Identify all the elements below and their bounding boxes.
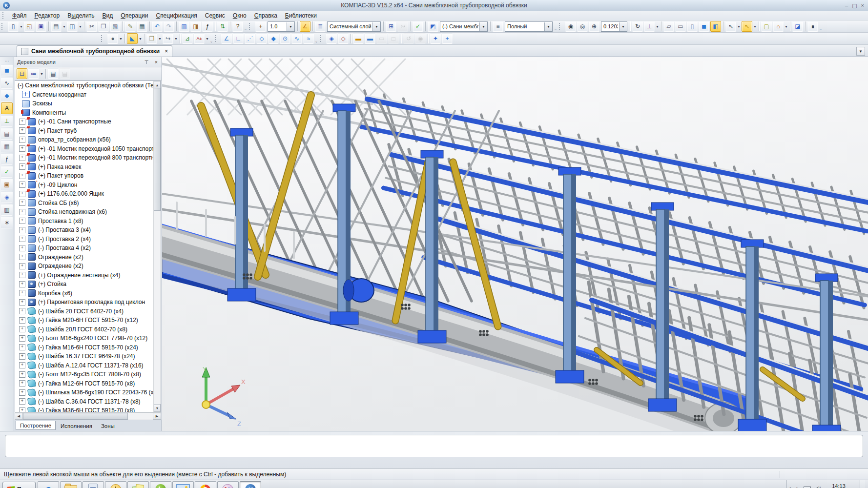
internet-explorer-button[interactable]: e: [38, 481, 59, 488]
orientation-icon[interactable]: ⊥: [644, 21, 655, 32]
add-component-icon[interactable]: +: [442, 33, 453, 44]
menu-4[interactable]: Вид: [99, 12, 117, 20]
chrome-button[interactable]: [195, 481, 216, 488]
new-drawing-icon[interactable]: ∎: [807, 21, 818, 32]
tree-tab-1[interactable]: Построение: [16, 421, 56, 430]
tree-item[interactable]: +(-) Проставка 2 (x4): [15, 235, 154, 244]
preview-icon[interactable]: ◫: [67, 21, 78, 32]
paste-icon[interactable]: ▧: [110, 21, 121, 32]
library-panel-icon[interactable]: ▣: [1, 179, 13, 190]
check-document-icon[interactable]: ✓: [413, 21, 423, 32]
check-panel-icon[interactable]: ✓: [1, 166, 13, 178]
kompas-app-button[interactable]: K: [240, 481, 261, 488]
close-button[interactable]: ×: [861, 2, 864, 9]
tree-item[interactable]: +(-) Болт М12-6gx35 ГОСТ 7808-70 (x8): [15, 370, 154, 379]
expand-toggle-icon[interactable]: +: [19, 254, 25, 260]
expand-toggle-icon[interactable]: +: [19, 389, 25, 396]
expand-toggle-icon[interactable]: +: [19, 218, 25, 224]
calculator-icon[interactable]: ▥: [179, 21, 189, 32]
new-assembly-here-icon[interactable]: ▬: [365, 33, 375, 44]
macro-panel-icon[interactable]: ◈: [1, 191, 13, 203]
step-combo-dropdown-icon[interactable]: ▼: [287, 22, 294, 31]
wireframe-icon[interactable]: ▱: [663, 21, 674, 32]
step-combo[interactable]: 1.0▼: [268, 21, 295, 32]
shaded-icon[interactable]: ◼: [699, 21, 709, 32]
toolbar-overflow-icon[interactable]: ⌄: [209, 34, 213, 43]
tree-item[interactable]: +(+) Пачка ножек: [15, 163, 154, 172]
expand-toggle-icon[interactable]: +: [19, 245, 25, 251]
component-combo-dropdown-icon[interactable]: ▼: [479, 22, 487, 31]
pin-icon[interactable]: ⊤: [143, 60, 150, 65]
undo-icon[interactable]: ↶: [152, 21, 163, 32]
expand-toggle-icon[interactable]: +: [19, 119, 25, 125]
tree-item[interactable]: +(-) Гайка М36-6Н ГОСТ 5915-70 (x8): [15, 406, 154, 412]
toolbar-overflow-icon[interactable]: ⌄: [244, 21, 248, 31]
menu-10[interactable]: Библиотеки: [281, 12, 321, 20]
tree-item[interactable]: +(+) -09 Циклон: [15, 181, 154, 190]
model-tree-icon[interactable]: ⊞: [386, 21, 396, 32]
tree-item[interactable]: +(-) Шайба 20Л ГОСТ 6402-70 (x8): [15, 325, 154, 334]
tree-item[interactable]: +(+) Паронитовая прокладка под циклон: [15, 298, 154, 307]
tree-item[interactable]: +(+) -01 Мостик переходной 800 транспорт…: [15, 153, 154, 163]
report-panel-icon[interactable]: ▦: [1, 141, 13, 152]
curve-icon[interactable]: ≈: [303, 33, 314, 44]
minimize-button[interactable]: –: [845, 2, 848, 9]
tree-item[interactable]: +(-) Шпилька М36-6gx190 ГОСТ 22043-76 (x…: [15, 388, 154, 397]
layer-combo[interactable]: Системный слой (0)▼: [327, 21, 381, 32]
new-doc-icon[interactable]: ▯: [8, 21, 19, 32]
preview-icon-dropdown[interactable]: ▼: [78, 21, 83, 31]
expand-toggle-icon[interactable]: +: [19, 317, 25, 324]
edit-component-icon[interactable]: ◩: [428, 21, 438, 32]
detail-combo-dropdown-icon[interactable]: ▼: [544, 22, 552, 31]
catalog-icon[interactable]: ◨: [190, 21, 201, 32]
expand-toggle-icon[interactable]: +: [19, 137, 25, 143]
windows-explorer-button[interactable]: [60, 481, 82, 488]
shaded-sphere-icon-dropdown[interactable]: ▼: [119, 34, 123, 43]
toolbar-overflow-icon[interactable]: ⌄: [554, 21, 558, 31]
select-component-icon[interactable]: ↖: [725, 21, 736, 32]
mate-icon[interactable]: ✦: [430, 33, 441, 44]
menu-3[interactable]: Выделить: [63, 12, 98, 20]
tree-item[interactable]: +(-) Болт М16-6gx240 ГОСТ 7798-70 (x12): [15, 334, 154, 343]
axis-intersect-icon[interactable]: ◆: [268, 33, 279, 44]
ortho-toggle-icon[interactable]: ∠: [300, 21, 310, 32]
outlook-button[interactable]: [105, 481, 126, 488]
layers-icon[interactable]: ≣: [315, 21, 326, 32]
expand-toggle-icon[interactable]: +: [19, 173, 25, 179]
expand-toggle-icon[interactable]: +: [19, 263, 25, 269]
tree-item[interactable]: +(-) Проставка 4 (x2): [15, 244, 154, 253]
tree-vertical-scrollbar[interactable]: ▲ ▼: [153, 81, 161, 412]
expand-toggle-icon[interactable]: +: [19, 353, 25, 360]
copy-icon[interactable]: ❐: [98, 21, 109, 32]
sheet-panel-icon[interactable]: ▤: [1, 128, 13, 140]
scroll-down-icon[interactable]: ▼: [154, 404, 161, 412]
menu-5[interactable]: Операции: [117, 12, 152, 20]
green-b-app-button[interactable]: b: [150, 481, 171, 488]
layer-combo-dropdown-icon[interactable]: ▼: [372, 22, 380, 31]
tree-item[interactable]: +Ограждение (x2): [15, 253, 154, 262]
axis-icon[interactable]: ◇: [256, 33, 267, 44]
panel-close-icon[interactable]: ×: [153, 60, 160, 65]
tree-item[interactable]: Компоненты: [15, 108, 154, 118]
document-tab[interactable]: Сани межблочной трубопроводной обвязки ×: [17, 45, 172, 57]
reorient-icon[interactable]: ⌂: [773, 21, 784, 32]
expand-toggle-icon[interactable]: +: [19, 209, 25, 215]
axes-panel-icon[interactable]: ⊥: [1, 115, 13, 127]
expand-toggle-icon[interactable]: +: [19, 407, 25, 412]
expand-toggle-icon[interactable]: +: [19, 362, 25, 368]
open-icon[interactable]: ◱: [24, 21, 35, 32]
expand-toggle-icon[interactable]: +: [19, 308, 25, 314]
expand-toggle-icon[interactable]: +: [19, 344, 25, 350]
start-button[interactable]: Пуск: [2, 482, 36, 488]
print-icon[interactable]: ▤: [51, 21, 62, 32]
filter-panel-icon[interactable]: ∗: [1, 217, 13, 228]
tree-item[interactable]: +(-) Гайка М16-6Н ГОСТ 5915-70 (x24): [15, 343, 154, 352]
tree-structure-icon[interactable]: ⊟: [17, 68, 27, 79]
expand-toggle-icon[interactable]: +: [19, 227, 25, 233]
shaded-edges-icon[interactable]: ◧: [710, 21, 721, 32]
tree-tab-3[interactable]: Зоны: [97, 422, 119, 430]
scroll-left-icon[interactable]: ◀: [15, 413, 23, 420]
component-combo[interactable]: (-) Сани межблочноі▼: [440, 21, 488, 32]
tree-item[interactable]: Эскизы: [15, 99, 154, 108]
expand-toggle-icon[interactable]: +: [19, 145, 25, 152]
